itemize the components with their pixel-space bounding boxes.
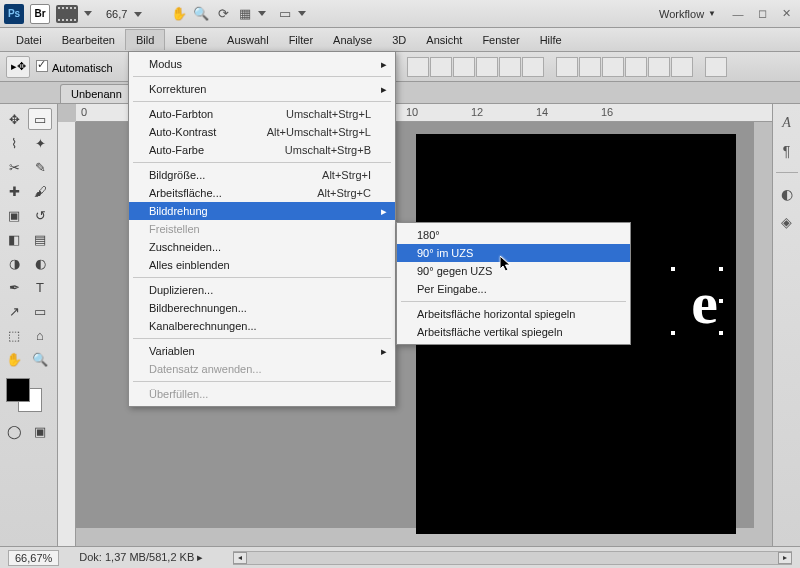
close-button[interactable]: ✕ — [776, 6, 796, 22]
chevron-down-icon[interactable] — [258, 11, 266, 16]
tool-type[interactable]: T — [28, 276, 52, 298]
menu-item-kanalberechnungen[interactable]: Kanalberechnungen... — [129, 317, 395, 335]
dist-btn[interactable] — [625, 57, 647, 77]
chevron-down-icon[interactable] — [84, 11, 92, 16]
menu-ebene[interactable]: Ebene — [165, 30, 217, 50]
transform-handle[interactable] — [718, 298, 724, 304]
align-btn[interactable] — [430, 57, 452, 77]
dist-btn[interactable] — [648, 57, 670, 77]
panel-icon[interactable]: ◈ — [778, 213, 796, 231]
align-btn[interactable] — [476, 57, 498, 77]
tool-healing[interactable]: ✚ — [2, 180, 26, 202]
screen-mode-icon[interactable]: ▭ — [276, 5, 294, 23]
hand-tool-icon[interactable]: ✋ — [170, 5, 188, 23]
tool-dodge[interactable]: ◐ — [28, 252, 52, 274]
submenu-item-flip-v[interactable]: Arbeitsfläche vertikal spiegeln — [397, 323, 630, 341]
tool-eraser[interactable]: ◧ — [2, 228, 26, 250]
transform-handle[interactable] — [718, 266, 724, 272]
menu-filter[interactable]: Filter — [279, 30, 323, 50]
screen-mode[interactable]: ▣ — [28, 420, 52, 442]
doc-info[interactable]: Dok: 1,37 MB/581,2 KB ▸ — [79, 551, 203, 564]
character-panel-icon[interactable]: A — [778, 114, 796, 132]
chevron-down-icon[interactable] — [298, 11, 306, 16]
transform-handle[interactable] — [670, 330, 676, 336]
scroll-right-button[interactable]: ▸ — [778, 552, 792, 564]
menu-bild[interactable]: Bild — [125, 29, 165, 50]
minimize-button[interactable]: — — [728, 6, 748, 22]
tool-history-brush[interactable]: ↺ — [28, 204, 52, 226]
menu-item-bildgroesse[interactable]: Bildgröße...Alt+Strg+I — [129, 166, 395, 184]
align-btn[interactable] — [522, 57, 544, 77]
align-btn[interactable] — [453, 57, 475, 77]
paragraph-panel-icon[interactable]: ¶ — [778, 142, 796, 160]
align-btn[interactable] — [499, 57, 521, 77]
auto-align-btn[interactable] — [705, 57, 727, 77]
tool-eyedropper[interactable]: ✎ — [28, 156, 52, 178]
app-icon-bridge[interactable]: Br — [30, 4, 50, 24]
document-tab[interactable]: Unbenann — [60, 84, 133, 103]
menu-item-bildberechnungen[interactable]: Bildberechnungen... — [129, 299, 395, 317]
app-icon-photoshop[interactable]: Ps — [4, 4, 24, 24]
align-btn[interactable] — [407, 57, 429, 77]
menu-item-arbeitsflaeche[interactable]: Arbeitsfläche...Alt+Strg+C — [129, 184, 395, 202]
workspace-switcher[interactable]: Workflow▼ — [651, 6, 724, 22]
dist-btn[interactable] — [671, 57, 693, 77]
quick-mask[interactable]: ◯ — [2, 420, 26, 442]
tool-move[interactable]: ✥ — [2, 108, 26, 130]
menu-auswahl[interactable]: Auswahl — [217, 30, 279, 50]
rotate-view-icon[interactable]: ⟳ — [214, 5, 232, 23]
menu-item-auto-kontrast[interactable]: Auto-KontrastAlt+Umschalt+Strg+L — [129, 123, 395, 141]
auto-select-checkbox[interactable]: Automatisch — [36, 60, 113, 74]
menu-item-modus[interactable]: Modus▸ — [129, 55, 395, 73]
tool-3d-cam[interactable]: ⌂ — [28, 324, 52, 346]
submenu-item-180[interactable]: 180° — [397, 226, 630, 244]
menu-item-zuschneiden[interactable]: Zuschneiden... — [129, 238, 395, 256]
menu-item-variablen[interactable]: Variablen▸ — [129, 342, 395, 360]
dist-btn[interactable] — [602, 57, 624, 77]
menu-item-alles-einblenden[interactable]: Alles einblenden — [129, 256, 395, 274]
menu-ansicht[interactable]: Ansicht — [416, 30, 472, 50]
move-tool-preset-icon[interactable]: ▸✥ — [6, 56, 30, 78]
transform-handle[interactable] — [670, 266, 676, 272]
transform-handle[interactable] — [718, 330, 724, 336]
zoom-field[interactable]: 66,67% — [8, 550, 59, 566]
tool-gradient[interactable]: ▤ — [28, 228, 52, 250]
tool-path[interactable]: ↗ — [2, 300, 26, 322]
menu-datei[interactable]: Datei — [6, 30, 52, 50]
color-swatch[interactable] — [2, 378, 52, 418]
menu-fenster[interactable]: Fenster — [472, 30, 529, 50]
tool-brush[interactable]: 🖌 — [28, 180, 52, 202]
submenu-item-per-eingabe[interactable]: Per Eingabe... — [397, 280, 630, 298]
menu-item-bilddrehung[interactable]: Bilddrehung▸ — [129, 202, 395, 220]
tool-marquee[interactable]: ▭ — [28, 108, 52, 130]
dist-btn[interactable] — [579, 57, 601, 77]
tool-blur[interactable]: ◑ — [2, 252, 26, 274]
film-icon[interactable] — [56, 5, 78, 23]
tool-hand[interactable]: ✋ — [2, 348, 26, 370]
scroll-left-button[interactable]: ◂ — [233, 552, 247, 564]
tool-pen[interactable]: ✒ — [2, 276, 26, 298]
submenu-item-flip-h[interactable]: Arbeitsfläche horizontal spiegeln — [397, 305, 630, 323]
menu-item-auto-farbton[interactable]: Auto-FarbtonUmschalt+Strg+L — [129, 105, 395, 123]
tool-zoom[interactable]: 🔍 — [28, 348, 52, 370]
panel-icon[interactable]: ◐ — [778, 185, 796, 203]
zoom-tool-icon[interactable]: 🔍 — [192, 5, 210, 23]
text-layer[interactable]: e — [691, 269, 718, 338]
menu-3d[interactable]: 3D — [382, 30, 416, 50]
h-scrollbar[interactable]: ◂ ▸ — [233, 551, 792, 565]
menu-hilfe[interactable]: Hilfe — [530, 30, 572, 50]
menu-item-korrekturen[interactable]: Korrekturen▸ — [129, 80, 395, 98]
dist-btn[interactable] — [556, 57, 578, 77]
tool-shape[interactable]: ▭ — [28, 300, 52, 322]
arrange-icon[interactable]: ▦ — [236, 5, 254, 23]
menu-item-auto-farbe[interactable]: Auto-FarbeUmschalt+Strg+B — [129, 141, 395, 159]
tool-quick-select[interactable]: ✦ — [28, 132, 52, 154]
maximize-button[interactable]: ◻ — [752, 6, 772, 22]
tool-3d[interactable]: ⬚ — [2, 324, 26, 346]
zoom-level[interactable]: 66,7 — [100, 6, 148, 22]
tool-stamp[interactable]: ▣ — [2, 204, 26, 226]
menu-item-duplizieren[interactable]: Duplizieren... — [129, 281, 395, 299]
tool-crop[interactable]: ✂ — [2, 156, 26, 178]
menu-bearbeiten[interactable]: Bearbeiten — [52, 30, 125, 50]
menu-analyse[interactable]: Analyse — [323, 30, 382, 50]
